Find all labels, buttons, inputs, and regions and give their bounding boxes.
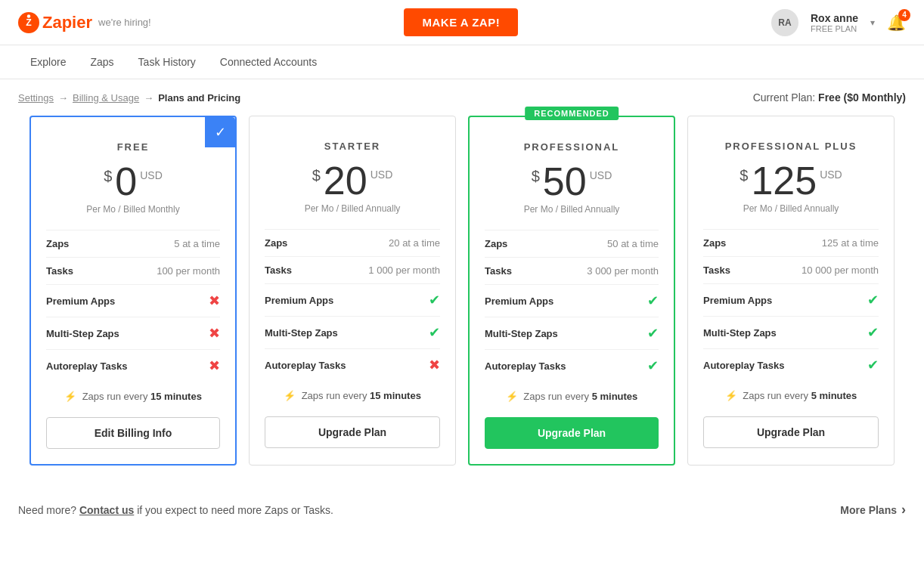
- zaps-value: 20 at a time: [389, 237, 440, 249]
- feature-premium-apps: Premium Apps ✔: [703, 283, 879, 316]
- feature-multi-step: Multi-Step Zaps ✖: [46, 317, 220, 349]
- billing-note: Per Mo / Billed Monthly: [46, 204, 220, 215]
- premium-apps-x-icon: ✖: [209, 292, 220, 309]
- multi-step-check-icon: ✔: [867, 324, 879, 341]
- zaps-label: Zaps: [265, 237, 287, 249]
- premium-apps-label: Premium Apps: [265, 295, 333, 306]
- bolt-icon: ⚡: [284, 390, 296, 401]
- billing-note: Per Mo / Billed Annually: [265, 203, 440, 214]
- speed-minutes: 15 minutes: [370, 390, 421, 401]
- current-plan-label: Current Plan:: [753, 91, 815, 104]
- recommended-badge: RECOMMENDED: [525, 107, 619, 120]
- user-name: Rox anne: [811, 12, 858, 24]
- price-amount: 20: [324, 161, 367, 200]
- plan-price: $ 50 USD: [485, 162, 659, 201]
- multi-step-label: Multi-Step Zaps: [265, 327, 338, 339]
- plan-card-professional: RECOMMENDEDPROFESSIONAL $ 50 USD Per Mo …: [468, 116, 675, 466]
- plan-name: PROFESSIONAL: [485, 141, 659, 153]
- footer-text: Need more? Contact us if you expect to n…: [18, 504, 333, 516]
- premium-apps-check-icon: ✔: [867, 292, 879, 308]
- nav-item-zaps[interactable]: Zaps: [78, 45, 126, 79]
- plan-price: $ 0 USD: [46, 162, 220, 201]
- premium-apps-label: Premium Apps: [46, 295, 115, 307]
- feature-multi-step: Multi-Step Zaps ✔: [703, 316, 879, 348]
- speed-note: ⚡ Zaps run every 15 minutes: [46, 391, 220, 402]
- zaps-value: 125 at a time: [822, 237, 879, 249]
- header-center: MAKE A ZAP!: [151, 8, 771, 36]
- tasks-value: 1 000 per month: [368, 264, 440, 276]
- feature-premium-apps: Premium Apps ✔: [485, 284, 659, 317]
- plan-btn-professional[interactable]: Upgrade Plan: [485, 417, 659, 449]
- zaps-label: Zaps: [703, 237, 726, 249]
- feature-zaps: Zaps 50 at a time: [485, 230, 659, 257]
- feature-zaps: Zaps 5 at a time: [46, 230, 220, 257]
- breadcrumb-billing[interactable]: Billing & Usage: [73, 92, 139, 104]
- tasks-value: 3 000 per month: [587, 265, 659, 277]
- plan-card-starter: STARTER $ 20 USD Per Mo / Billed Annuall…: [249, 116, 456, 466]
- tasks-label: Tasks: [46, 265, 73, 277]
- breadcrumb-settings[interactable]: Settings: [18, 92, 54, 104]
- bolt-icon: ⚡: [506, 391, 518, 402]
- breadcrumb-arrow-2: →: [144, 92, 153, 104]
- zaps-label: Zaps: [485, 238, 507, 249]
- more-plans-button[interactable]: More Plans ›: [840, 502, 906, 518]
- feature-zaps: Zaps 20 at a time: [265, 229, 440, 256]
- feature-tasks: Tasks 100 per month: [46, 257, 220, 284]
- plan-btn-free[interactable]: Edit Billing Info: [46, 417, 220, 449]
- price-amount: 125: [751, 161, 817, 200]
- breadcrumb: Settings → Billing & Usage → Plans and P…: [18, 92, 240, 104]
- feature-premium-apps: Premium Apps ✖: [46, 284, 220, 317]
- price-dollar-sign: $: [740, 167, 748, 184]
- price-currency: USD: [140, 169, 163, 181]
- avatar: RA: [771, 9, 798, 36]
- bolt-icon: ⚡: [64, 391, 76, 402]
- more-plans-label: More Plans: [840, 504, 897, 516]
- chevron-down-icon[interactable]: ▾: [870, 17, 875, 28]
- autoreplay-check-icon: ✔: [647, 357, 659, 374]
- premium-apps-label: Premium Apps: [703, 295, 772, 306]
- plan-price: $ 125 USD: [703, 161, 879, 200]
- header-right: RA Rox anne FREE PLAN ▾ 🔔 4: [771, 9, 906, 36]
- plan-card-free: ✓FREE $ 0 USD Per Mo / Billed Monthly Za…: [29, 116, 237, 466]
- plan-btn-starter[interactable]: Upgrade Plan: [265, 416, 440, 448]
- tasks-value: 100 per month: [157, 265, 220, 277]
- header: Z Zapier we're hiring! MAKE A ZAP! RA Ro…: [0, 0, 924, 45]
- premium-apps-label: Premium Apps: [485, 295, 553, 307]
- notification-bell[interactable]: 🔔 4: [887, 14, 906, 32]
- zaps-value: 50 at a time: [607, 238, 659, 249]
- speed-minutes: 15 minutes: [150, 391, 202, 402]
- current-plan-display: Current Plan: Free ($0 Monthly): [753, 91, 906, 104]
- price-amount: 50: [543, 162, 587, 201]
- price-amount: 0: [115, 162, 137, 201]
- speed-minutes: 5 minutes: [592, 391, 638, 402]
- plan-btn-professional-plus[interactable]: Upgrade Plan: [703, 416, 879, 448]
- breadcrumb-current: Plans and Pricing: [158, 92, 240, 104]
- navigation: Explore Zaps Task History Connected Acco…: [0, 45, 924, 79]
- billing-note: Per Mo / Billed Annually: [485, 204, 659, 215]
- nav-item-task-history[interactable]: Task History: [126, 45, 208, 79]
- hiring-text: we're hiring!: [98, 17, 151, 28]
- logo-text: Zapier: [42, 13, 92, 32]
- make-zap-button[interactable]: MAKE A ZAP!: [404, 8, 518, 36]
- nav-item-explore[interactable]: Explore: [18, 45, 78, 79]
- autoreplay-label: Autoreplay Tasks: [46, 360, 127, 372]
- autoreplay-label: Autoreplay Tasks: [703, 360, 784, 371]
- svg-point-2: [27, 14, 30, 17]
- autoreplay-x-icon: ✖: [429, 357, 440, 373]
- bolt-icon: ⚡: [725, 390, 737, 401]
- contact-link[interactable]: Contact us: [79, 504, 134, 516]
- nav-item-connected-accounts[interactable]: Connected Accounts: [208, 45, 329, 79]
- need-more-text: Need more?: [18, 504, 76, 516]
- speed-note: ⚡ Zaps run every 15 minutes: [265, 390, 440, 401]
- premium-apps-check-icon: ✔: [429, 292, 440, 308]
- autoreplay-x-icon: ✖: [209, 357, 220, 374]
- multi-step-label: Multi-Step Zaps: [703, 327, 777, 339]
- user-info: Rox anne FREE PLAN: [811, 12, 858, 33]
- active-check-icon: ✓: [205, 117, 235, 147]
- logo[interactable]: Z Zapier: [18, 12, 92, 33]
- plan-card-professional-plus: PROFESSIONAL PLUS $ 125 USD Per Mo / Bil…: [687, 116, 895, 466]
- user-plan: FREE PLAN: [811, 24, 858, 33]
- feature-autoreplay: Autoreplay Tasks ✔: [703, 348, 879, 381]
- feature-autoreplay: Autoreplay Tasks ✖: [46, 349, 220, 382]
- multi-step-label: Multi-Step Zaps: [46, 328, 119, 339]
